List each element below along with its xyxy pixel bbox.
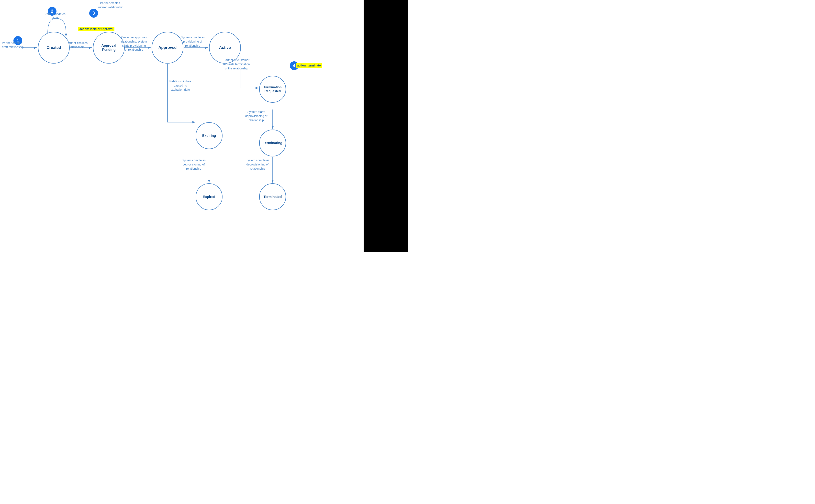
diagram-container: 1 2 3 4 Created ApprovalPending Approved… [0,0,408,252]
action-lockforapproval: action: lockForApproval [78,27,114,31]
desc-relationship-passed-expiry: Relationship haspassed itsexpiration dat… [164,79,196,92]
desc-system-starts-deprov: System startsdeprovisioning ofrelationsh… [241,110,271,122]
desc-system-deprov-terminating: System completesdeprovisioning ofrelatio… [241,158,273,171]
desc-system-completes-provisioning: System completesprovisioning ofrelations… [178,35,207,48]
desc-partner-creates-draft: Partner creates draft relationship [2,41,24,49]
state-terminating: Terminating [259,130,286,156]
desc-partner-creates-finalized: Partner createsfinalized relationship [94,1,126,10]
step-badge-3: 3 [89,9,98,18]
state-termination-requested: TerminationRequested [259,76,286,103]
black-panel [363,0,408,252]
desc-partner-updates-draft: Partner updates draft [42,12,68,21]
action-terminate: action: terminate [296,63,322,68]
state-expiring: Expiring [196,122,222,149]
desc-customer-approves: Customer approvesrelationship, systemsta… [119,35,149,52]
desc-partner-or-customer: Partner or customerrequests terminationo… [219,58,253,70]
state-terminated: Terminated [259,183,286,210]
desc-partner-finalizes: Partner finalizesrelationship [65,41,89,49]
desc-system-deprov-expiring: System completesdeprovisioning ofrelatio… [179,158,208,171]
state-expired: Expired [196,183,222,210]
